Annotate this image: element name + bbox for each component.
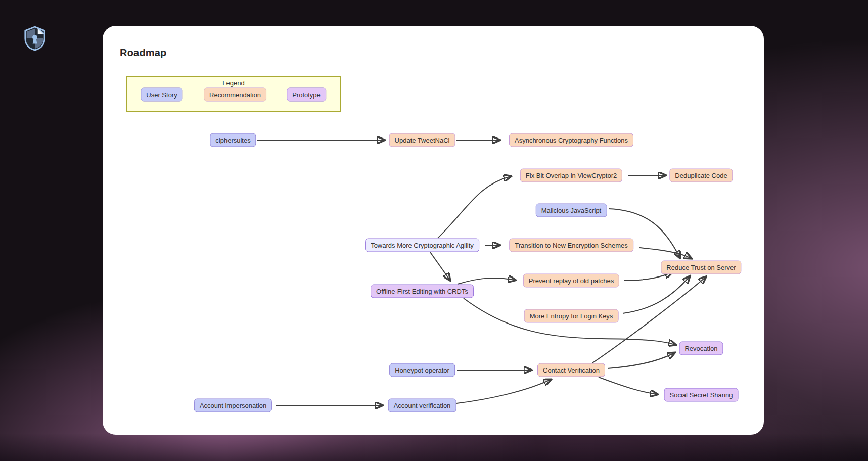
legend-item-user-story: User Story [141,88,182,102]
node-honeypot-operator: Honeypot operator [389,363,455,377]
node-account-verification: Account verification [388,399,456,412]
legend-item-prototype: Prototype [287,88,326,102]
node-transition-encryption: Transition to New Encryption Schemes [509,239,633,252]
node-contact-verification: Contact Verification [537,363,605,377]
node-async-crypto: Asynchronous Cryptography Functions [509,133,633,147]
node-reduce-trust-server: Reduce Trust on Server [661,261,741,274]
legend-item-recommendation: Recommendation [204,88,266,102]
node-revocation: Revocation [679,342,723,355]
shield-lock-document-icon[interactable] [23,25,47,52]
node-offline-first-crdt: Offline-First Editing with CRDTs [371,285,474,298]
node-update-tweetnacl: Update TweetNaCl [389,133,455,147]
legend-title: Legend [127,79,340,87]
node-crypto-agility: Towards More Cryptographic Agility [365,239,479,252]
node-account-impersonation: Account impersonation [194,399,272,412]
node-deduplicate-code: Deduplicate Code [669,169,733,182]
node-prevent-replay: Prevent replay of old patches [523,274,619,288]
page-title: Roadmap [120,47,167,59]
node-ciphersuites: ciphersuites [210,133,256,147]
node-fix-bit-overlap: Fix Bit Overlap in ViewCryptor2 [520,169,622,182]
node-more-entropy: More Entropy for Login Keys [524,309,619,323]
node-social-secret-sharing: Social Secret Sharing [664,388,738,402]
node-malicious-javascript: Malicious JavaScript [536,204,607,217]
